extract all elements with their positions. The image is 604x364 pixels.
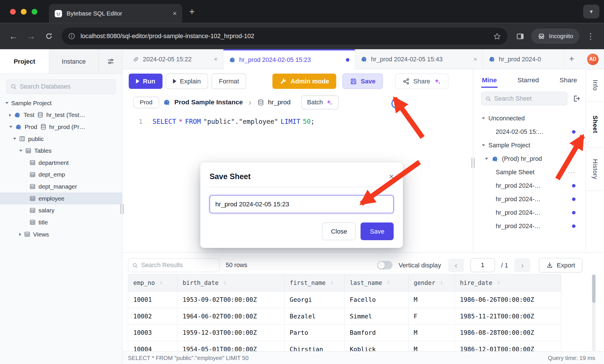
column-header[interactable]: emp_no bbox=[128, 274, 178, 291]
table-row[interactable]: 100011953-09-02T00:00:00ZGeorgiFacelloM1… bbox=[128, 291, 561, 308]
sheet-search[interactable] bbox=[481, 92, 568, 105]
environment-chip[interactable]: Prod bbox=[133, 97, 159, 108]
tab-instance[interactable]: Instance bbox=[49, 49, 99, 74]
tab-project[interactable]: Project bbox=[0, 49, 49, 74]
editor-tab-0[interactable]: 2024-02-05 15:22 × bbox=[127, 49, 223, 69]
editor-tab-3[interactable]: hr_prod 2024-0 bbox=[483, 49, 565, 69]
dialog-close-icon[interactable]: × bbox=[389, 172, 393, 181]
back-button[interactable]: ← bbox=[5, 28, 22, 44]
tab-list-chevron-button[interactable]: ▾ bbox=[583, 5, 599, 18]
save-button[interactable]: Save bbox=[343, 74, 383, 89]
tree-item-hr_prod[interactable]: Prod hr_prod (Pr… bbox=[0, 121, 122, 133]
sort-icon[interactable] bbox=[385, 280, 391, 285]
browser-menu-icon[interactable]: ⋮ bbox=[582, 28, 599, 44]
new-tab-button[interactable]: + bbox=[189, 6, 195, 17]
run-button[interactable]: Run bbox=[129, 74, 163, 89]
sheet-name-input[interactable] bbox=[210, 195, 394, 213]
chevron-down-icon[interactable] bbox=[482, 144, 485, 146]
next-page-button[interactable]: › bbox=[514, 258, 530, 272]
tree-item-dept_emp[interactable]: dept_emp bbox=[0, 169, 122, 181]
editor-tab-1-active[interactable]: hr_prod 2024-02-05 15:23 bbox=[223, 49, 355, 69]
tab-mine[interactable]: Mine bbox=[482, 77, 497, 84]
table-row[interactable]: 100021964-06-02T00:00:00ZBezalelSimmelF1… bbox=[128, 308, 561, 324]
sheet-item[interactable]: hr_prod 2024-… bbox=[474, 206, 586, 220]
reload-button[interactable] bbox=[41, 28, 57, 44]
sheet-item[interactable]: hr_prod 2024-… bbox=[474, 220, 586, 233]
dialog-close-button[interactable]: Close bbox=[322, 222, 356, 240]
column-header[interactable]: first_name bbox=[285, 274, 345, 291]
browser-tab[interactable]: Bytebase SQL Editor × bbox=[49, 4, 182, 23]
results-search[interactable] bbox=[128, 258, 220, 272]
tree-item-dept_manager[interactable]: dept_manager bbox=[0, 181, 122, 193]
chevron-down-icon[interactable] bbox=[9, 126, 12, 128]
window-minimize-button[interactable] bbox=[21, 9, 27, 14]
close-tab-icon[interactable]: × bbox=[214, 55, 218, 63]
window-close-button[interactable] bbox=[10, 9, 16, 14]
editor-tab-2[interactable]: hr_prod 2024-02-05 15:43 × bbox=[355, 49, 483, 69]
column-header[interactable]: birth_date bbox=[177, 274, 284, 291]
batch-button[interactable]: Batch bbox=[301, 95, 339, 109]
more-options-icon[interactable]: ··· bbox=[568, 169, 575, 176]
instance-name[interactable]: Prod Sample Instance bbox=[174, 99, 243, 106]
chevron-right-icon[interactable] bbox=[9, 113, 11, 117]
tree-item-hr_test[interactable]: Test hr_test (Test… bbox=[0, 109, 122, 121]
tab-info[interactable]: Info bbox=[586, 69, 604, 102]
tree-item-title[interactable]: title bbox=[0, 216, 122, 228]
database-search-input[interactable] bbox=[20, 83, 112, 90]
scrollbar-thumb[interactable] bbox=[592, 275, 595, 303]
side-panel-icon[interactable] bbox=[512, 28, 528, 44]
tab-share[interactable]: Share bbox=[560, 77, 577, 84]
refresh-ring-icon[interactable] bbox=[391, 99, 402, 109]
sort-icon[interactable] bbox=[329, 280, 335, 285]
url-bar[interactable]: localhost:8080/sql-editor/prod-sample-in… bbox=[62, 28, 507, 45]
column-header[interactable]: last_name bbox=[344, 274, 408, 291]
tab-close-icon[interactable]: × bbox=[173, 9, 177, 17]
sheet-search-input[interactable] bbox=[494, 95, 563, 102]
chevron-right-icon[interactable] bbox=[19, 233, 21, 236]
sort-icon[interactable] bbox=[222, 280, 228, 285]
add-tab-button[interactable]: + bbox=[565, 49, 578, 69]
tree-item-public-schema[interactable]: public bbox=[0, 133, 122, 145]
panel-resize-handle[interactable] bbox=[471, 158, 475, 168]
tree-item-employee[interactable]: employee bbox=[0, 193, 122, 205]
collapse-panel-icon[interactable] bbox=[572, 94, 581, 103]
url-text[interactable]: localhost:8080/sql-editor/prod-sample-in… bbox=[81, 33, 488, 40]
sidebar-resize-handle[interactable] bbox=[120, 204, 124, 214]
forward-button[interactable]: → bbox=[23, 28, 39, 44]
chevron-down-icon[interactable] bbox=[13, 138, 16, 140]
table-row[interactable]: 100031959-12-03T00:00:00ZPartoBamfordM19… bbox=[128, 324, 561, 341]
page-input[interactable] bbox=[470, 258, 495, 272]
tree-item-views[interactable]: Views bbox=[0, 228, 122, 240]
tree-item-department[interactable]: department bbox=[0, 157, 122, 169]
close-tab-icon[interactable]: × bbox=[474, 55, 477, 63]
column-header[interactable]: hire_date bbox=[455, 274, 561, 291]
database-name[interactable]: hr_prod bbox=[268, 99, 291, 106]
format-button[interactable]: Format bbox=[212, 74, 246, 89]
prev-page-button[interactable]: ‹ bbox=[448, 258, 464, 272]
bookmark-star-icon[interactable] bbox=[493, 32, 501, 40]
table-scrollbar[interactable] bbox=[592, 275, 595, 351]
sheet-item[interactable]: 2024-02-05 15:… bbox=[474, 125, 586, 139]
dialog-save-button[interactable]: Save bbox=[361, 222, 394, 240]
sheet-group-unconnected[interactable]: Unconnected bbox=[474, 111, 586, 125]
tree-item-tables[interactable]: Tables bbox=[0, 145, 122, 157]
tree-item-salary[interactable]: salary bbox=[0, 204, 122, 216]
sheet-item[interactable]: hr_prod 2024-… bbox=[474, 193, 586, 206]
tab-history[interactable]: History bbox=[586, 148, 604, 191]
share-button[interactable]: Share bbox=[395, 74, 448, 89]
tab-sheet[interactable]: Sheet bbox=[586, 102, 604, 148]
explain-button[interactable]: Explain bbox=[166, 74, 208, 89]
sheet-group-sample-project[interactable]: Sample Project bbox=[474, 139, 586, 152]
column-header[interactable]: gender bbox=[408, 274, 455, 291]
tab-starred[interactable]: Starred bbox=[517, 77, 539, 84]
tree-item-sample-project[interactable]: Sample Project bbox=[0, 97, 122, 109]
site-info-icon[interactable] bbox=[68, 32, 75, 40]
sort-icon[interactable] bbox=[496, 280, 502, 285]
sheet-item-sample-sheet[interactable]: Sample Sheet ··· bbox=[474, 166, 586, 179]
chevron-down-icon[interactable] bbox=[482, 118, 485, 120]
sort-icon[interactable] bbox=[439, 280, 445, 285]
export-button[interactable]: Export bbox=[539, 258, 582, 273]
vertical-display-toggle[interactable] bbox=[377, 261, 393, 270]
sheet-item[interactable]: hr_prod 2024-… bbox=[474, 179, 586, 193]
admin-mode-button[interactable]: Admin mode bbox=[272, 74, 336, 89]
